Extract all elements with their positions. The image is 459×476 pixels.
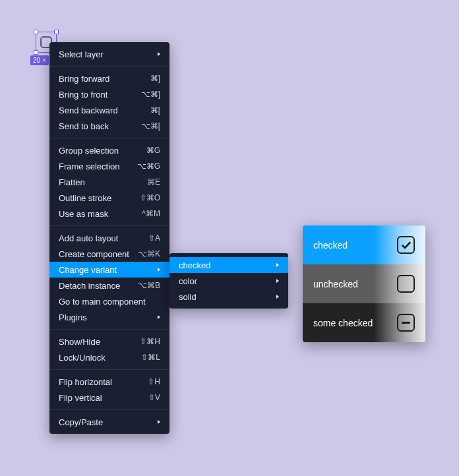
menu-item-shortcut: ⇧V	[148, 393, 160, 402]
menu-item-shortcut: ⇧A	[148, 233, 160, 243]
selection-size-badge: 20 ×	[30, 55, 49, 65]
menu-item-detach-instance[interactable]: Detach instance ⌥⌘B	[49, 278, 169, 293]
submenu-arrow-icon	[158, 315, 160, 319]
submenu-item-solid[interactable]: solid	[169, 289, 288, 305]
menu-item-label: Flip horizontal	[59, 377, 142, 387]
submenu-item-checked[interactable]: checked	[169, 257, 288, 273]
menu-item-add-auto-layout[interactable]: Add auto layout ⇧A	[49, 230, 169, 246]
menu-item-label: Frame selection	[59, 162, 132, 171]
menu-separator	[49, 329, 169, 330]
change-variant-submenu: checked color solid	[169, 253, 288, 309]
menu-item-bring-to-front[interactable]: Bring to front ⌥⌘]	[49, 86, 169, 102]
menu-item-label: Plugins	[59, 312, 152, 322]
variant-preview-panel: checked unchecked some checked	[303, 225, 425, 342]
variant-option-some-checked[interactable]: some checked	[303, 303, 425, 342]
menu-item-send-to-back[interactable]: Send to back ⌥⌘[	[49, 118, 169, 134]
menu-item-show-hide[interactable]: Show/Hide ⇧⌘H	[49, 334, 169, 349]
context-menu: Select layer Bring forward ⌘] Bring to f…	[49, 42, 169, 434]
menu-item-plugins[interactable]: Plugins	[49, 309, 169, 325]
resize-handle-bottom-left[interactable]	[34, 50, 38, 55]
menu-item-go-to-main-component[interactable]: Go to main component	[49, 293, 169, 309]
menu-item-label: solid	[179, 292, 271, 302]
checkbox-unchecked-icon	[397, 275, 415, 293]
menu-item-label: Lock/Unlock	[59, 353, 136, 363]
menu-item-shortcut: ⇧⌘H	[140, 337, 160, 346]
menu-item-shortcut: ⇧⌘O	[140, 193, 160, 202]
menu-item-shortcut: ⌥⌘K	[138, 249, 160, 258]
submenu-arrow-icon	[276, 263, 279, 267]
menu-item-shortcut: ⌘]	[150, 74, 160, 83]
menu-item-shortcut: ⇧H	[148, 377, 160, 386]
menu-item-flip-horizontal[interactable]: Flip horizontal ⇧H	[49, 374, 169, 390]
menu-item-copy-paste[interactable]: Copy/Paste	[49, 414, 169, 430]
variant-option-unchecked[interactable]: unchecked	[303, 264, 425, 303]
menu-item-label: Flatten	[59, 177, 142, 187]
menu-item-label: Send backward	[59, 105, 145, 115]
menu-item-shortcut: ⌥⌘G	[137, 162, 160, 171]
menu-item-change-variant[interactable]: Change variant	[49, 262, 169, 278]
submenu-arrow-icon	[276, 295, 279, 299]
menu-item-label: Go to main component	[59, 297, 160, 307]
menu-item-outline-stroke[interactable]: Outline stroke ⇧⌘O	[49, 190, 169, 206]
menu-item-shortcut: ⇧⌘L	[141, 353, 160, 362]
submenu-arrow-icon	[158, 52, 160, 56]
checkbox-checked-icon	[397, 236, 415, 254]
submenu-arrow-icon	[158, 268, 160, 272]
menu-item-label: Send to back	[59, 121, 136, 131]
menu-item-label: Use as mask	[59, 209, 137, 219]
menu-item-lock-unlock[interactable]: Lock/Unlock ⇧⌘L	[49, 349, 169, 365]
variant-label: some checked	[313, 318, 373, 328]
menu-item-flip-vertical[interactable]: Flip vertical ⇧V	[49, 390, 169, 405]
menu-item-label: color	[179, 276, 271, 286]
menu-item-label: Bring forward	[59, 74, 145, 84]
menu-separator	[49, 369, 169, 370]
menu-item-create-component[interactable]: Create component ⌥⌘K	[49, 246, 169, 262]
menu-item-frame-selection[interactable]: Frame selection ⌥⌘G	[49, 158, 169, 174]
menu-item-label: Select layer	[59, 49, 152, 59]
menu-item-send-backward[interactable]: Send backward ⌘[	[49, 102, 169, 118]
menu-item-shortcut: ⌥⌘[	[141, 121, 160, 131]
menu-item-label: Change variant	[59, 265, 152, 275]
menu-item-use-as-mask[interactable]: Use as mask ^⌘M	[49, 206, 169, 222]
menu-item-group-selection[interactable]: Group selection ⌘G	[49, 142, 169, 158]
menu-item-shortcut: ⌥⌘]	[141, 90, 160, 99]
checkbox-indeterminate-icon	[397, 314, 415, 332]
menu-item-label: Bring to front	[59, 90, 136, 100]
menu-item-flatten[interactable]: Flatten ⌘E	[49, 174, 169, 190]
menu-item-shortcut: ⌘[	[150, 105, 160, 115]
variant-option-checked[interactable]: checked	[303, 225, 425, 264]
menu-item-label: Outline stroke	[59, 193, 135, 203]
resize-handle-top-left[interactable]	[34, 30, 38, 34]
submenu-arrow-icon	[158, 420, 160, 424]
menu-item-shortcut: ⌘E	[147, 177, 160, 187]
menu-item-shortcut: ^⌘M	[142, 209, 160, 218]
menu-item-label: Create component	[59, 249, 133, 259]
menu-item-label: Add auto layout	[59, 233, 143, 243]
menu-separator	[49, 409, 169, 410]
menu-separator	[49, 225, 169, 226]
menu-item-shortcut: ⌥⌘B	[138, 281, 160, 290]
variant-label: unchecked	[313, 279, 358, 289]
submenu-arrow-icon	[276, 279, 279, 283]
menu-item-select-layer[interactable]: Select layer	[49, 46, 169, 62]
menu-separator	[49, 138, 169, 138]
variant-label: checked	[313, 240, 348, 251]
menu-separator	[49, 66, 169, 67]
menu-item-bring-forward[interactable]: Bring forward ⌘]	[49, 71, 169, 86]
menu-item-label: Flip vertical	[59, 393, 143, 403]
menu-item-shortcut: ⌘G	[146, 146, 160, 155]
menu-item-label: Show/Hide	[59, 337, 135, 347]
menu-item-label: Copy/Paste	[59, 417, 152, 427]
menu-item-label: Detach instance	[59, 281, 133, 291]
menu-item-label: Group selection	[59, 146, 141, 156]
resize-handle-top-right[interactable]	[54, 30, 59, 34]
submenu-item-color[interactable]: color	[169, 273, 288, 289]
menu-item-label: checked	[179, 260, 271, 270]
